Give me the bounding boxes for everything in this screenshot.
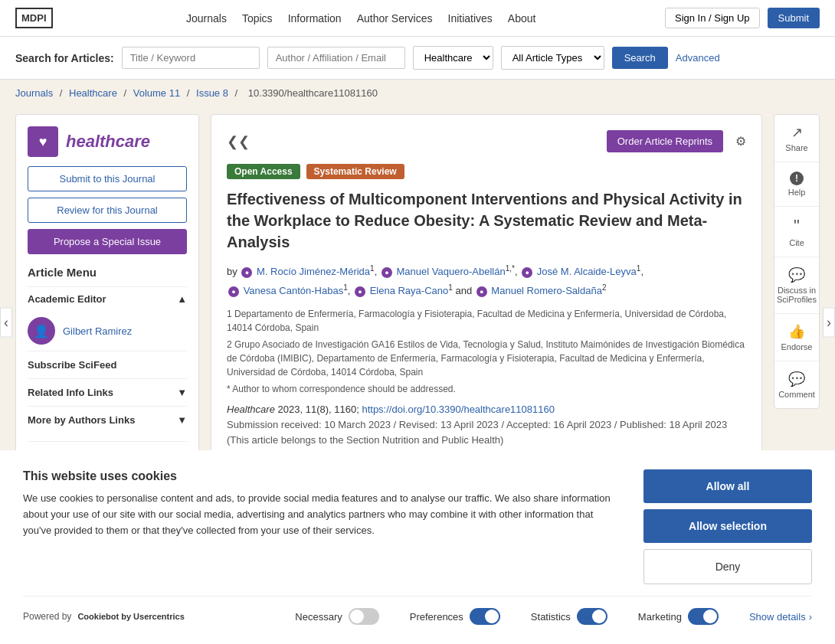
discuss-action[interactable]: 💬 Discuss in SciProfiles — [774, 257, 819, 314]
sign-in-button[interactable]: Sign In / Sign Up — [665, 8, 760, 28]
affiliation-2: 2 Grupo Asociado de Investigación GA16 E… — [227, 338, 746, 379]
nav-initiatives[interactable]: Initiatives — [448, 12, 493, 25]
share-label: Share — [785, 143, 807, 152]
help-action[interactable]: ! Help — [774, 162, 819, 207]
right-sidebar-card: ↗ Share ! Help " Cite 💬 Discuss in SciPr… — [774, 114, 820, 409]
endorse-label: Endorse — [781, 342, 813, 351]
share-action[interactable]: ↗ Share — [774, 115, 819, 162]
comment-label: Comment — [778, 390, 815, 399]
journal-icon: ♥ — [28, 126, 58, 157]
systematic-review-badge: Systematic Review — [306, 164, 404, 179]
more-by-authors-links[interactable]: More by Authors Links ▼ — [28, 406, 187, 433]
nav-arrows: ❮❮ — [227, 133, 250, 150]
discuss-label: Discuss in SciProfiles — [777, 286, 817, 304]
journal-name: healthcare — [66, 132, 150, 152]
help-label: Help — [788, 188, 806, 197]
cookie-overlay: This website uses cookies We use cookies… — [0, 450, 835, 554]
breadcrumb-issue[interactable]: Issue 8 — [196, 87, 228, 99]
authors: by ● M. Rocío Jiménez-Mérida1, ● Manuel … — [227, 262, 746, 299]
order-reprints-button[interactable]: Order Article Reprints — [607, 130, 723, 152]
search-button[interactable]: Search — [612, 47, 668, 69]
submit-button[interactable]: Submit — [768, 8, 820, 28]
doi-line: Healthcare 2023, 11(8), 1160; https://do… — [227, 404, 746, 415]
author-6[interactable]: Manuel Romero-Saldaña — [491, 285, 602, 296]
article-badges: Open Access Systematic Review — [227, 164, 746, 179]
journal-card: ♥ healthcare Submit to this Journal Revi… — [15, 114, 199, 481]
article-menu: Article Menu Academic Editor ▲ 👤 Gilbert… — [28, 266, 187, 469]
cite-label: Cite — [789, 238, 804, 247]
article-type-select[interactable]: All Article Types — [501, 46, 604, 70]
editor-info: 👤 Gilbert Ramirez — [28, 311, 187, 351]
affiliation-note: * Author to whom correspondence should b… — [227, 382, 746, 396]
open-access-badge: Open Access — [227, 164, 300, 179]
related-info-links[interactable]: Related Info Links ▼ — [28, 378, 187, 406]
nav-topics[interactable]: Topics — [242, 12, 273, 25]
cookie-buttons: Allow all Allow selection Deny — [643, 469, 812, 554]
breadcrumb-healthcare[interactable]: Healthcare — [69, 87, 117, 99]
keyword-input[interactable] — [122, 47, 260, 69]
author-3[interactable]: José M. Alcaide-Leyva — [537, 266, 637, 277]
journal-header: ♥ healthcare — [28, 126, 187, 157]
nav-information[interactable]: Information — [288, 12, 342, 25]
search-bar: Search for Articles: Healthcare All Arti… — [0, 37, 835, 80]
author-icon-4: ● — [228, 286, 239, 297]
academic-editor: Academic Editor ▲ 👤 Gilbert Ramirez — [28, 286, 187, 351]
cookie-title: This website uses cookies — [23, 469, 621, 483]
author-icon-2: ● — [381, 267, 392, 278]
author-icon-1: ● — [241, 267, 252, 278]
submit-to-journal-button[interactable]: Submit to this Journal — [28, 166, 187, 191]
logo-box: MDPI — [15, 8, 53, 28]
cookie-banner-inner: This website uses cookies We use cookies… — [23, 469, 812, 554]
editor-name[interactable]: Gilbert Ramirez — [63, 325, 132, 337]
share-icon: ↗ — [791, 124, 803, 141]
allow-all-button[interactable]: Allow all — [643, 469, 812, 503]
author-4[interactable]: Vanesa Cantón-Habas — [244, 285, 344, 296]
endorse-action[interactable]: 👍 Endorse — [774, 314, 819, 361]
comment-icon: 💬 — [788, 371, 805, 387]
right-collapse-tab[interactable]: › — [823, 307, 835, 337]
editor-avatar: 👤 — [28, 317, 55, 345]
discuss-icon: 💬 — [788, 266, 805, 283]
category-select[interactable]: Healthcare — [413, 46, 493, 70]
breadcrumb-doi: 10.3390/healthcare11081160 — [248, 87, 378, 99]
nav-about[interactable]: About — [508, 12, 536, 25]
nav-journals[interactable]: Journals — [186, 12, 227, 25]
author-icon-5: ● — [355, 286, 365, 297]
cookie-banner: This website uses cookies We use cookies… — [0, 450, 835, 554]
cookie-text: We use cookies to personalise content an… — [23, 491, 621, 538]
logo: MDPI — [15, 8, 57, 28]
header-actions: Sign In / Sign Up Submit — [665, 8, 820, 28]
nav-author-services[interactable]: Author Services — [357, 12, 433, 25]
subscribe-scifeed[interactable]: Subscribe SciFeed — [28, 351, 187, 378]
left-collapse-tab[interactable]: ‹ — [0, 307, 12, 337]
breadcrumb-journals[interactable]: Journals — [15, 87, 53, 99]
cite-icon: " — [794, 216, 800, 236]
section-line: (This article belongs to the Section Nut… — [227, 434, 746, 446]
academic-editor-toggle[interactable]: Academic Editor ▲ — [28, 286, 187, 311]
author-5[interactable]: Elena Raya-Cano — [370, 285, 449, 296]
deny-button[interactable]: Deny — [643, 549, 812, 554]
allow-selection-button[interactable]: Allow selection — [643, 509, 812, 543]
article-menu-title: Article Menu — [28, 266, 187, 279]
author-2[interactable]: Manuel Vaquero-Abellán — [397, 266, 506, 277]
affiliation-1: 1 Departamento de Enfermería, Farmacolog… — [227, 307, 746, 335]
author-icon-6: ● — [476, 286, 487, 297]
doi-link[interactable]: https://doi.org/10.3390/healthcare110811… — [362, 404, 555, 415]
cite-action[interactable]: " Cite — [774, 207, 819, 257]
comment-action[interactable]: 💬 Comment — [774, 361, 819, 408]
prev-article-arrow[interactable]: ❮❮ — [227, 133, 250, 150]
endorse-icon: 👍 — [788, 323, 805, 340]
advanced-link[interactable]: Advanced — [676, 52, 720, 64]
breadcrumb-volume[interactable]: Volume 11 — [133, 87, 180, 99]
author-1[interactable]: M. Rocío Jiménez-Mérida — [257, 266, 370, 277]
settings-icon[interactable]: ⚙ — [735, 134, 746, 149]
dates-line: Submission received: 10 March 2023 / Rev… — [227, 419, 746, 430]
article-title: Effectiveness of Multicomponent Interven… — [227, 188, 746, 253]
help-icon: ! — [790, 172, 804, 185]
author-icon-3: ● — [522, 267, 532, 278]
header: MDPI Journals Topics Information Author … — [0, 0, 835, 37]
propose-special-issue-button[interactable]: Propose a Special Issue — [28, 229, 187, 254]
author-input[interactable] — [267, 47, 405, 69]
review-for-journal-button[interactable]: Review for this Journal — [28, 198, 187, 223]
search-label: Search for Articles: — [15, 52, 114, 64]
